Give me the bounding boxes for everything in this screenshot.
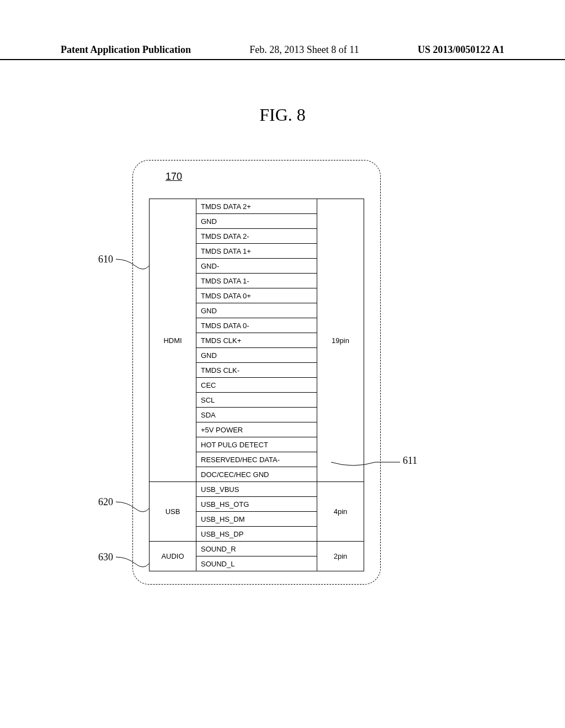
signal-cell: HOT PULG DETECT — [196, 437, 317, 452]
table-row: USBUSB_VBUS4pin — [150, 482, 364, 497]
pin-count: 2pin — [317, 542, 364, 571]
diagram-170: 170 HDMITMDS DATA 2+19pinGNDTMDS DATA 2-… — [132, 160, 381, 585]
signal-cell: USB_HS_DM — [196, 512, 317, 527]
page-header: Patent Application Publication Feb. 28, … — [0, 44, 565, 60]
signal-cell: TMDS DATA 0- — [196, 318, 317, 333]
signal-cell: TMDS DATA 1+ — [196, 244, 317, 259]
header-right: US 2013/0050122 A1 — [418, 44, 504, 56]
signal-cell: SOUND_L — [196, 556, 317, 571]
signal-cell: USB_HS_OTG — [196, 497, 317, 512]
header-left: Patent Application Publication — [61, 44, 191, 56]
signal-cell: CEC — [196, 378, 317, 393]
signal-cell: TMDS DATA 0+ — [196, 288, 317, 303]
group-label: AUDIO — [150, 542, 196, 571]
signal-cell: TMDS CLK- — [196, 363, 317, 378]
ref-610: 610 — [98, 254, 113, 265]
header-center: Feb. 28, 2013 Sheet 8 of 11 — [249, 44, 359, 56]
ref-630: 630 — [98, 552, 113, 563]
signal-cell: USB_VBUS — [196, 482, 317, 497]
signal-cell: DOC/CEC/HEC GND — [196, 467, 317, 482]
ref-620: 620 — [98, 496, 113, 508]
signal-cell: TMDS DATA 1- — [196, 274, 317, 288]
signal-cell: TMDS DATA 2- — [196, 229, 317, 244]
signal-cell: GND — [196, 348, 317, 363]
pin-count: 19pin — [317, 199, 364, 482]
page: Patent Application Publication Feb. 28, … — [0, 0, 565, 728]
signal-cell: TMDS CLK+ — [196, 333, 317, 348]
signal-cell: TMDS DATA 2+ — [196, 199, 317, 214]
ref-170: 170 — [166, 171, 182, 183]
signal-cell: RESERVED/HEC DATA- — [196, 452, 317, 467]
signal-cell: SOUND_R — [196, 542, 317, 556]
signal-cell: +5V POWER — [196, 422, 317, 437]
group-label: HDMI — [150, 199, 196, 482]
figure-title: FIG. 8 — [0, 105, 565, 125]
table-row: HDMITMDS DATA 2+19pin — [150, 199, 364, 214]
signal-cell: SCL — [196, 393, 317, 408]
signal-cell: USB_HS_DP — [196, 527, 317, 542]
group-label: USB — [150, 482, 196, 542]
pin-table: HDMITMDS DATA 2+19pinGNDTMDS DATA 2-TMDS… — [149, 199, 364, 568]
signal-cell: GND — [196, 303, 317, 318]
signal-cell: GND — [196, 214, 317, 229]
signal-cell: GND- — [196, 259, 317, 274]
signal-cell: SDA — [196, 408, 317, 422]
pin-count: 4pin — [317, 482, 364, 542]
ref-611: 611 — [403, 455, 417, 467]
table-row: AUDIOSOUND_R2pin — [150, 542, 364, 556]
